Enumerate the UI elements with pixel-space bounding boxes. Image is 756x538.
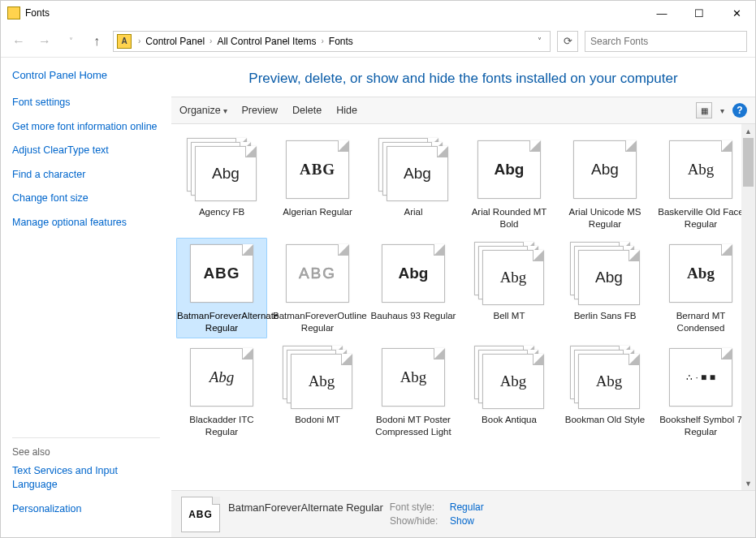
- font-name-label: Bernard MT Condensed: [658, 310, 744, 334]
- see-also-link[interactable]: Text Services and Input Language: [12, 464, 160, 493]
- font-grid: AbgAgency FBABGAlgerian RegularAbgArialA…: [171, 124, 755, 442]
- view-options-button[interactable]: ▦: [696, 102, 712, 118]
- breadcrumb-item[interactable]: All Control Panel Items: [214, 36, 319, 47]
- scroll-up-button[interactable]: ▲: [741, 124, 755, 138]
- details-font-name: BatmanForeverAlternate Regular: [228, 501, 383, 514]
- font-name-label: Arial Rounded MT Bold: [466, 206, 552, 230]
- hide-button[interactable]: Hide: [336, 105, 357, 116]
- sidebar-link[interactable]: Get more font information online: [12, 120, 160, 135]
- font-item[interactable]: AbgAgency FB: [176, 134, 267, 235]
- main-pane: Preview, delete, or show and hide the fo…: [171, 58, 755, 537]
- font-name-label: Bodoni MT Poster Compressed Light: [370, 414, 456, 438]
- font-item[interactable]: ABGBatmanForeverAlternate Regular: [176, 238, 267, 338]
- font-name-label: Bookman Old Style: [565, 414, 645, 426]
- details-label: Font style:: [390, 501, 443, 514]
- font-thumbnail: ∴ · ■ ■: [666, 346, 736, 409]
- font-name-label: Algerian Regular: [283, 206, 352, 218]
- details-label: Show/hide:: [390, 515, 443, 527]
- font-thumbnail: Abg: [666, 138, 736, 201]
- font-thumbnail: ABG: [187, 242, 257, 305]
- up-button[interactable]: ↑: [87, 32, 106, 51]
- sidebar-link[interactable]: Font settings: [12, 96, 160, 110]
- nav-toolbar: ← → ˅ ↑ A › Control Panel › All Control …: [1, 25, 755, 58]
- font-thumbnail: Abg: [474, 138, 544, 201]
- font-name-label: Bookshelf Symbol 7 Regular: [658, 414, 744, 438]
- scroll-thumb[interactable]: [743, 138, 754, 187]
- maximize-button[interactable]: ☐: [680, 1, 718, 25]
- details-value[interactable]: Show: [450, 515, 474, 527]
- details-pane: ABG BatmanForeverAlternate Regular Font …: [171, 490, 755, 537]
- close-button[interactable]: ✕: [718, 1, 755, 25]
- font-name-label: Bauhaus 93 Regular: [371, 310, 456, 322]
- font-item[interactable]: AbgBlackadder ITC Regular: [176, 342, 267, 442]
- address-dropdown[interactable]: ˅: [533, 37, 546, 45]
- font-item[interactable]: ABGAlgerian Regular: [272, 134, 363, 235]
- details-value[interactable]: Regular: [450, 501, 484, 514]
- sidebar-link[interactable]: Manage optional features: [12, 216, 160, 230]
- scrollbar[interactable]: ▲ ▼: [741, 124, 755, 490]
- font-name-label: BatmanForeverAlternate Regular: [177, 310, 266, 334]
- chevron-right-icon: ›: [208, 37, 214, 45]
- font-item[interactable]: AbgArial Rounded MT Bold: [464, 134, 555, 235]
- sidebar: Control Panel Home Font settingsGet more…: [1, 58, 171, 537]
- font-thumbnail: Abg: [570, 242, 640, 305]
- delete-button[interactable]: Delete: [292, 105, 322, 116]
- font-thumbnail: ABG: [283, 242, 352, 305]
- recent-dropdown[interactable]: ˅: [61, 32, 80, 51]
- font-item[interactable]: AbgBerlin Sans FB: [559, 238, 650, 338]
- breadcrumb-item[interactable]: Control Panel: [142, 36, 208, 47]
- font-name-label: Baskerville Old Face Regular: [658, 206, 744, 230]
- font-item[interactable]: ∴ · ■ ■Bookshelf Symbol 7 Regular: [655, 342, 746, 442]
- see-also-link[interactable]: Personalization: [12, 502, 160, 517]
- breadcrumb-item[interactable]: Fonts: [326, 36, 356, 47]
- chevron-down-icon[interactable]: ▾: [720, 106, 724, 115]
- font-item[interactable]: AbgBodoni MT Poster Compressed Light: [368, 342, 459, 442]
- font-item[interactable]: AbgArial: [368, 134, 459, 235]
- preview-button[interactable]: Preview: [242, 105, 278, 116]
- address-bar[interactable]: A › Control Panel › All Control Panel It…: [113, 31, 551, 52]
- command-bar: Organize Preview Delete Hide ▦ ▾ ?: [171, 97, 755, 124]
- font-item[interactable]: AbgBell MT: [464, 238, 555, 338]
- font-name-label: Bell MT: [494, 310, 525, 322]
- font-item[interactable]: AbgBook Antiqua: [464, 342, 555, 442]
- search-box[interactable]: [585, 31, 747, 52]
- font-thumbnail: Abg: [378, 242, 448, 305]
- sidebar-link[interactable]: Find a character: [12, 168, 160, 183]
- font-item[interactable]: AbgBaskerville Old Face Regular: [655, 134, 746, 235]
- font-thumbnail: Abg: [570, 346, 640, 409]
- font-item[interactable]: ABGBatmanForeverOutline Regular: [272, 238, 363, 338]
- app-icon: [7, 6, 20, 19]
- font-name-label: Agency FB: [199, 206, 244, 218]
- refresh-button[interactable]: ⟳: [557, 31, 578, 52]
- forward-button[interactable]: →: [35, 32, 54, 51]
- font-thumbnail: Abg: [187, 346, 257, 409]
- sidebar-link[interactable]: Change font size: [12, 192, 160, 206]
- font-name-label: Berlin Sans FB: [574, 310, 637, 322]
- font-thumbnail: Abg: [666, 242, 736, 305]
- font-thumbnail: Abg: [570, 138, 640, 201]
- font-item[interactable]: AbgBernard MT Condensed: [655, 238, 746, 338]
- font-thumbnail: Abg: [474, 242, 544, 305]
- chevron-right-icon: ›: [136, 37, 142, 45]
- font-name-label: Bodoni MT: [295, 414, 340, 426]
- folder-icon: A: [117, 34, 132, 49]
- font-name-label: Arial: [404, 206, 422, 218]
- font-name-label: Arial Unicode MS Regular: [562, 206, 648, 230]
- window-title: Fonts: [25, 7, 643, 19]
- font-thumbnail: Abg: [187, 138, 257, 201]
- font-item[interactable]: AbgBodoni MT: [272, 342, 363, 442]
- font-item[interactable]: AbgArial Unicode MS Regular: [559, 134, 650, 235]
- minimize-button[interactable]: —: [643, 1, 680, 25]
- font-item[interactable]: AbgBauhaus 93 Regular: [368, 238, 459, 338]
- organize-menu[interactable]: Organize: [179, 105, 227, 116]
- sidebar-home-link[interactable]: Control Panel Home: [12, 69, 160, 81]
- scroll-down-button[interactable]: ▼: [741, 476, 755, 490]
- help-button[interactable]: ?: [732, 103, 747, 118]
- back-button[interactable]: ←: [9, 32, 28, 51]
- sidebar-link[interactable]: Adjust ClearType text: [12, 144, 160, 158]
- details-thumbnail: ABG: [181, 497, 220, 532]
- details-sample: ABG: [188, 509, 213, 520]
- font-item[interactable]: AbgBookman Old Style: [559, 342, 650, 442]
- font-thumbnail: Abg: [283, 346, 352, 409]
- search-input[interactable]: [590, 36, 741, 47]
